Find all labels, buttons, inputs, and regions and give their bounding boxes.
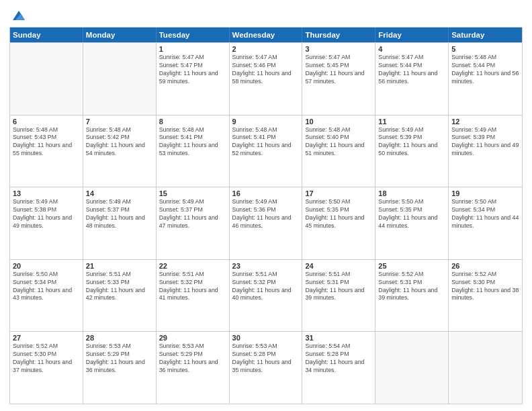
calendar-cell: 21Sunrise: 5:51 AMSunset: 5:33 PMDayligh… <box>83 260 157 332</box>
cell-day-number: 31 <box>305 334 372 342</box>
cell-sun-info: Sunrise: 5:52 AMSunset: 5:31 PMDaylight:… <box>378 271 445 303</box>
cell-sun-info: Sunrise: 5:53 AMSunset: 5:29 PMDaylight:… <box>86 342 153 375</box>
cell-sun-info: Sunrise: 5:48 AMSunset: 5:42 PMDaylight:… <box>86 126 153 158</box>
calendar-cell: 1Sunrise: 5:47 AMSunset: 5:47 PMDaylight… <box>157 43 230 115</box>
calendar-cell: 18Sunrise: 5:50 AMSunset: 5:35 PMDayligh… <box>375 187 449 259</box>
cell-sun-info: Sunrise: 5:53 AMSunset: 5:28 PMDaylight:… <box>232 342 300 375</box>
cell-day-number: 11 <box>378 118 445 126</box>
calendar-cell: 9Sunrise: 5:48 AMSunset: 5:41 PMDaylight… <box>230 116 303 187</box>
cell-day-number: 9 <box>232 118 300 126</box>
cell-sun-info: Sunrise: 5:52 AMSunset: 5:30 PMDaylight:… <box>13 342 80 375</box>
calendar-cell: 4Sunrise: 5:47 AMSunset: 5:44 PMDaylight… <box>375 43 449 115</box>
cell-day-number: 24 <box>305 262 372 270</box>
cell-sun-info: Sunrise: 5:50 AMSunset: 5:34 PMDaylight:… <box>13 271 80 303</box>
cell-sun-info: Sunrise: 5:48 AMSunset: 5:41 PMDaylight:… <box>159 126 226 158</box>
calendar-cell <box>449 332 522 404</box>
cell-day-number: 28 <box>86 334 153 342</box>
cell-day-number: 29 <box>159 334 226 342</box>
cell-sun-info: Sunrise: 5:51 AMSunset: 5:33 PMDaylight:… <box>86 271 153 303</box>
cell-sun-info: Sunrise: 5:47 AMSunset: 5:46 PMDaylight:… <box>232 54 300 86</box>
calendar-cell: 14Sunrise: 5:49 AMSunset: 5:37 PMDayligh… <box>83 187 157 259</box>
cell-sun-info: Sunrise: 5:49 AMSunset: 5:37 PMDaylight:… <box>86 198 153 230</box>
cell-sun-info: Sunrise: 5:48 AMSunset: 5:41 PMDaylight:… <box>232 126 300 158</box>
calendar-day-header: Tuesday <box>157 28 230 42</box>
cell-sun-info: Sunrise: 5:49 AMSunset: 5:39 PMDaylight:… <box>378 126 445 158</box>
calendar-cell: 27Sunrise: 5:52 AMSunset: 5:30 PMDayligh… <box>10 332 83 404</box>
cell-day-number: 1 <box>159 45 226 53</box>
calendar-cell: 29Sunrise: 5:53 AMSunset: 5:29 PMDayligh… <box>157 332 230 404</box>
cell-day-number: 13 <box>13 189 80 197</box>
calendar-week: 20Sunrise: 5:50 AMSunset: 5:34 PMDayligh… <box>10 259 522 332</box>
cell-day-number: 26 <box>451 262 519 270</box>
calendar-cell: 3Sunrise: 5:47 AMSunset: 5:45 PMDaylight… <box>302 43 375 115</box>
calendar-cell: 28Sunrise: 5:53 AMSunset: 5:29 PMDayligh… <box>83 332 157 404</box>
cell-day-number: 15 <box>159 189 226 197</box>
cell-sun-info: Sunrise: 5:50 AMSunset: 5:35 PMDaylight:… <box>378 198 445 230</box>
calendar-cell: 19Sunrise: 5:50 AMSunset: 5:34 PMDayligh… <box>449 187 522 259</box>
calendar-cell: 7Sunrise: 5:48 AMSunset: 5:42 PMDaylight… <box>83 116 157 187</box>
cell-sun-info: Sunrise: 5:49 AMSunset: 5:36 PMDaylight:… <box>232 198 300 230</box>
cell-day-number: 10 <box>305 118 372 126</box>
cell-sun-info: Sunrise: 5:50 AMSunset: 5:34 PMDaylight:… <box>451 198 519 230</box>
cell-sun-info: Sunrise: 5:47 AMSunset: 5:45 PMDaylight:… <box>305 54 372 86</box>
cell-sun-info: Sunrise: 5:47 AMSunset: 5:47 PMDaylight:… <box>159 54 226 86</box>
calendar-cell <box>375 332 449 404</box>
calendar-cell: 24Sunrise: 5:51 AMSunset: 5:31 PMDayligh… <box>302 260 375 332</box>
cell-sun-info: Sunrise: 5:51 AMSunset: 5:32 PMDaylight:… <box>159 271 226 303</box>
calendar-cell: 26Sunrise: 5:52 AMSunset: 5:30 PMDayligh… <box>449 260 522 332</box>
cell-day-number: 25 <box>378 262 445 270</box>
cell-sun-info: Sunrise: 5:53 AMSunset: 5:29 PMDaylight:… <box>159 342 226 375</box>
cell-day-number: 27 <box>13 334 80 342</box>
calendar-week: 1Sunrise: 5:47 AMSunset: 5:47 PMDaylight… <box>10 42 522 115</box>
calendar-cell: 12Sunrise: 5:49 AMSunset: 5:39 PMDayligh… <box>449 116 522 187</box>
cell-day-number: 16 <box>232 189 300 197</box>
cell-day-number: 5 <box>451 45 519 53</box>
cell-sun-info: Sunrise: 5:49 AMSunset: 5:38 PMDaylight:… <box>13 198 80 230</box>
page: SundayMondayTuesdayWednesdayThursdayFrid… <box>0 0 532 411</box>
calendar-cell: 16Sunrise: 5:49 AMSunset: 5:36 PMDayligh… <box>230 187 303 259</box>
cell-day-number: 19 <box>451 189 519 197</box>
calendar-cell: 17Sunrise: 5:50 AMSunset: 5:35 PMDayligh… <box>302 187 375 259</box>
calendar: SundayMondayTuesdayWednesdayThursdayFrid… <box>9 27 523 404</box>
cell-day-number: 12 <box>451 118 519 126</box>
cell-day-number: 14 <box>86 189 153 197</box>
logo <box>9 9 26 23</box>
calendar-body: 1Sunrise: 5:47 AMSunset: 5:47 PMDaylight… <box>10 42 522 404</box>
cell-sun-info: Sunrise: 5:48 AMSunset: 5:43 PMDaylight:… <box>13 126 80 158</box>
cell-sun-info: Sunrise: 5:48 AMSunset: 5:44 PMDaylight:… <box>451 54 519 86</box>
calendar-day-header: Friday <box>375 28 449 42</box>
calendar-day-header: Thursday <box>302 28 375 42</box>
cell-sun-info: Sunrise: 5:49 AMSunset: 5:39 PMDaylight:… <box>451 126 519 158</box>
calendar-cell <box>83 43 157 115</box>
calendar-week: 13Sunrise: 5:49 AMSunset: 5:38 PMDayligh… <box>10 187 522 259</box>
calendar-cell: 2Sunrise: 5:47 AMSunset: 5:46 PMDaylight… <box>230 43 303 115</box>
calendar-header: SundayMondayTuesdayWednesdayThursdayFrid… <box>10 28 522 42</box>
cell-day-number: 23 <box>232 262 300 270</box>
calendar-cell: 20Sunrise: 5:50 AMSunset: 5:34 PMDayligh… <box>10 260 83 332</box>
cell-day-number: 18 <box>378 189 445 197</box>
calendar-cell <box>10 43 83 115</box>
cell-day-number: 2 <box>232 45 300 53</box>
cell-sun-info: Sunrise: 5:47 AMSunset: 5:44 PMDaylight:… <box>378 54 445 86</box>
cell-day-number: 8 <box>159 118 226 126</box>
cell-sun-info: Sunrise: 5:51 AMSunset: 5:31 PMDaylight:… <box>305 271 372 303</box>
calendar-cell: 11Sunrise: 5:49 AMSunset: 5:39 PMDayligh… <box>375 116 449 187</box>
calendar-cell: 15Sunrise: 5:49 AMSunset: 5:37 PMDayligh… <box>157 187 230 259</box>
cell-day-number: 4 <box>378 45 445 53</box>
calendar-cell: 23Sunrise: 5:51 AMSunset: 5:32 PMDayligh… <box>230 260 303 332</box>
calendar-cell: 10Sunrise: 5:48 AMSunset: 5:40 PMDayligh… <box>302 116 375 187</box>
calendar-cell: 8Sunrise: 5:48 AMSunset: 5:41 PMDaylight… <box>157 116 230 187</box>
calendar-cell: 25Sunrise: 5:52 AMSunset: 5:31 PMDayligh… <box>375 260 449 332</box>
calendar-day-header: Sunday <box>10 28 83 42</box>
cell-day-number: 21 <box>86 262 153 270</box>
cell-sun-info: Sunrise: 5:51 AMSunset: 5:32 PMDaylight:… <box>232 271 300 303</box>
cell-day-number: 7 <box>86 118 153 126</box>
logo-icon <box>11 8 26 23</box>
calendar-cell: 31Sunrise: 5:54 AMSunset: 5:28 PMDayligh… <box>302 332 375 404</box>
cell-day-number: 20 <box>13 262 80 270</box>
cell-day-number: 22 <box>159 262 226 270</box>
calendar-day-header: Wednesday <box>230 28 303 42</box>
calendar-cell: 6Sunrise: 5:48 AMSunset: 5:43 PMDaylight… <box>10 116 83 187</box>
calendar-cell: 13Sunrise: 5:49 AMSunset: 5:38 PMDayligh… <box>10 187 83 259</box>
cell-day-number: 3 <box>305 45 372 53</box>
